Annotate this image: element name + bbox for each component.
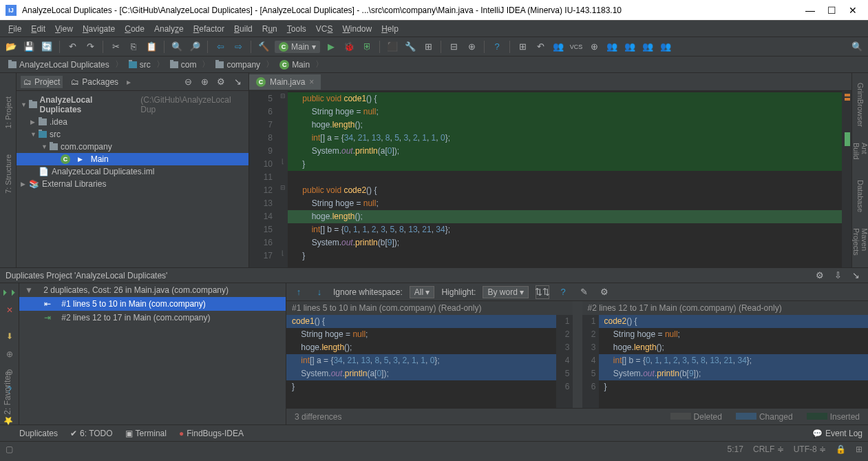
status-box-icon[interactable]: ▢ xyxy=(6,444,13,454)
tab-terminal[interactable]: ▣ Terminal xyxy=(125,429,167,438)
diff-code-left[interactable]: code1() { String hoge = null; hoge.lengt… xyxy=(286,315,556,408)
panel-tab-project[interactable]: 🗂 Project xyxy=(21,76,63,88)
close-tab-icon[interactable]: × xyxy=(309,77,314,87)
tool-icon[interactable]: ⊕ xyxy=(587,40,601,54)
hide-icon[interactable]: ↘ xyxy=(849,269,862,283)
sidebar-tab-db[interactable]: Database xyxy=(855,177,866,215)
status-pos[interactable]: 5:17 xyxy=(728,444,743,454)
gear-icon[interactable]: ⚙ xyxy=(597,285,611,299)
code-content[interactable]: public void code1() { String hoge = null… xyxy=(288,91,842,267)
search-icon[interactable]: 🔍 xyxy=(850,40,864,54)
crumb-company[interactable]: company xyxy=(211,59,264,71)
crumb-main[interactable]: CMain xyxy=(275,59,314,71)
open-icon[interactable]: 📂 xyxy=(4,40,18,54)
collapse-icon[interactable]: ⊖ xyxy=(181,75,195,89)
menu-edit[interactable]: Edit xyxy=(27,23,50,35)
tree-root[interactable]: ▼AnalyzeLocal Duplicates (C:\GitHub\Anal… xyxy=(17,94,248,116)
tool-icon[interactable]: VCS xyxy=(569,40,583,54)
sidebar-tab-ant[interactable]: Ant Build xyxy=(851,140,869,167)
close-icon[interactable]: ✕ xyxy=(3,304,16,316)
export-icon[interactable]: ⬇ xyxy=(3,330,16,342)
sidebar-tab-favorites[interactable]: ⭐ 2: Favorites xyxy=(0,367,15,430)
tool-icon[interactable]: ⊟ xyxy=(447,40,461,54)
lock-icon[interactable]: 🔒 xyxy=(836,444,846,454)
status-eol[interactable]: CRLF ≑ xyxy=(753,444,784,454)
tree-iml[interactable]: 📄AnalyzeLocal Duplicates.iml xyxy=(17,165,248,178)
copy-icon[interactable]: ⎘ xyxy=(127,40,140,54)
menu-view[interactable]: View xyxy=(51,23,77,35)
debug-icon[interactable]: 🐞 xyxy=(342,40,356,54)
status-enc[interactable]: UTF-8 ≑ xyxy=(794,444,826,454)
gear-icon[interactable]: ⚙ xyxy=(214,75,228,89)
menu-vcs[interactable]: VCS xyxy=(312,23,337,35)
sidebar-tab-project[interactable]: 1: Project xyxy=(3,94,14,131)
tool-icon[interactable]: ⊞ xyxy=(516,40,529,54)
next-diff-icon[interactable]: ↓ xyxy=(313,285,326,299)
help-icon[interactable]: ? xyxy=(490,40,504,54)
tree-src[interactable]: ▼src xyxy=(17,128,248,141)
tree-pkg[interactable]: ▼com.company xyxy=(17,141,248,153)
export-icon[interactable]: ⇩ xyxy=(831,269,845,283)
help-icon[interactable]: ? xyxy=(556,285,570,299)
tool-icon[interactable]: 👥 xyxy=(623,40,637,54)
sync-icon[interactable]: 🔄 xyxy=(40,40,54,54)
tree-main[interactable]: C ▶ Main xyxy=(17,153,248,165)
tool-icon[interactable]: ⊞ xyxy=(421,40,435,54)
menu-code[interactable]: Code xyxy=(120,23,149,35)
menu-tools[interactable]: Tools xyxy=(283,23,310,35)
crumb-src[interactable]: src xyxy=(125,59,155,71)
tab-findbugs[interactable]: ● FindBugs-IDEA xyxy=(179,429,244,438)
target-icon[interactable]: ⊕ xyxy=(198,75,211,89)
menu-build[interactable]: Build xyxy=(230,23,257,35)
panel-arrow-icon[interactable]: ▸ xyxy=(127,77,131,87)
expand-icon[interactable]: ⊕ xyxy=(3,348,16,360)
sidebar-tab-maven[interactable]: Maven Projects xyxy=(851,225,869,267)
tool-icon[interactable]: ⊕ xyxy=(465,40,478,54)
menu-run[interactable]: Run xyxy=(258,23,282,35)
diff-code-right[interactable]: code2() { String hoge = null; hoge.lengt… xyxy=(599,315,869,408)
find-icon[interactable]: 🔍 xyxy=(170,40,184,54)
status-icon[interactable]: ⊞ xyxy=(856,444,862,454)
highlight-select[interactable]: By word ▾ xyxy=(483,286,529,298)
forward-icon[interactable]: ⇨ xyxy=(231,40,245,54)
undo-icon[interactable]: ↶ xyxy=(65,40,79,54)
tree-external[interactable]: ▶📚External Libraries xyxy=(17,178,248,190)
dup-summary[interactable]: ▼ 2 duplicates, Cost: 26 in Main.java (c… xyxy=(19,283,286,297)
sidebar-tab-grim[interactable]: GrimBrowser xyxy=(855,80,866,130)
back-icon[interactable]: ⇦ xyxy=(213,40,227,54)
tool-icon[interactable]: ↶ xyxy=(533,40,547,54)
tool-icon[interactable]: 👥 xyxy=(659,40,673,54)
run-icon[interactable]: ▶ xyxy=(324,40,338,54)
tool-icon[interactable]: 👥 xyxy=(605,40,619,54)
tab-todo[interactable]: ✔ 6: TODO xyxy=(70,429,113,438)
prev-diff-icon[interactable]: ↑ xyxy=(292,285,306,299)
panel-tab-packages[interactable]: 🗂 Packages xyxy=(68,76,121,88)
cut-icon[interactable]: ✂ xyxy=(109,40,123,54)
build-icon[interactable]: 🔨 xyxy=(257,40,271,54)
stop-icon[interactable]: ⬛ xyxy=(385,40,399,54)
tree-idea[interactable]: ▶.idea xyxy=(17,116,248,128)
code-editor[interactable]: 567891011121314151617 ⊟⌊⊟⌊ public void c… xyxy=(249,91,851,267)
rerun-icon[interactable]: ⏵⏵ xyxy=(3,286,16,298)
menu-refactor[interactable]: Refactor xyxy=(189,23,229,35)
paste-icon[interactable]: 📋 xyxy=(145,40,158,54)
coverage-icon[interactable]: ⛨ xyxy=(360,40,374,54)
sync-scroll-icon[interactable]: ⇅⇅ xyxy=(536,285,549,299)
run-config-selector[interactable]: C Main ▾ xyxy=(275,41,320,53)
crumb-project[interactable]: AnalyzeLocal Duplicates xyxy=(4,59,114,71)
maximize-button[interactable]: ☐ xyxy=(827,5,836,16)
menu-help[interactable]: Help xyxy=(377,23,403,35)
tool-icon[interactable]: 👥 xyxy=(641,40,655,54)
crumb-com[interactable]: com xyxy=(166,59,201,71)
menu-analyze[interactable]: Analyze xyxy=(150,23,188,35)
ignore-ws-select[interactable]: All ▾ xyxy=(410,286,435,298)
tab-duplicates[interactable]: Duplicates xyxy=(19,429,58,438)
close-button[interactable]: ✕ xyxy=(849,5,857,16)
edit-icon[interactable]: ✎ xyxy=(577,285,591,299)
editor-tab-main[interactable]: C Main.java × xyxy=(249,74,321,90)
menu-file[interactable]: File xyxy=(4,23,25,35)
menu-window[interactable]: Window xyxy=(338,23,376,35)
dup-item-1[interactable]: ⇤ #1 lines 5 to 10 in Main (com.company) xyxy=(19,297,286,311)
replace-icon[interactable]: 🔎 xyxy=(188,40,202,54)
tab-eventlog[interactable]: 💬 Event Log xyxy=(812,429,862,438)
